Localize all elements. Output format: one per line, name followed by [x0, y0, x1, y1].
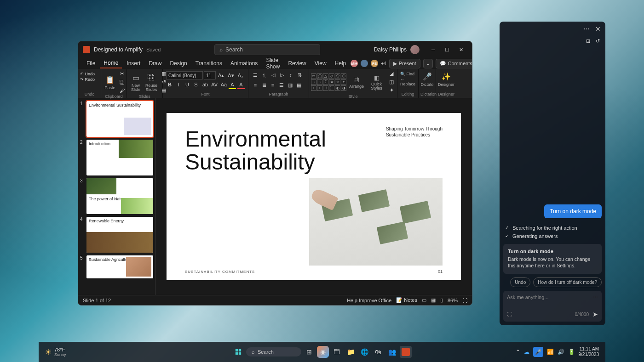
search-input[interactable]: ⌕ Search [214, 44, 320, 55]
designer-button[interactable]: ✨Designer [438, 70, 454, 88]
view-normal-button[interactable]: ▭ [422, 297, 426, 303]
collab-avatar-1[interactable]: MM [351, 60, 358, 67]
undo-button[interactable]: ↶ Undo [80, 72, 99, 76]
start-button[interactable] [232, 346, 244, 358]
maximize-button[interactable]: ☐ [441, 45, 454, 54]
slide-count[interactable]: Slide 1 of 12 [83, 298, 111, 303]
folder-icon[interactable]: 📁 [345, 346, 356, 358]
teams-icon[interactable]: 👥 [386, 346, 398, 358]
undo-button[interactable]: Undo [510, 277, 530, 287]
shrink-font-button[interactable]: A▾ [226, 72, 235, 79]
font-size-select[interactable] [204, 71, 216, 79]
shapes-gallery[interactable]: ▭◯△◇⬠⬡ →↔⤴★☆✦ ﹛﹜〈〉◐◑ [311, 74, 346, 91]
indent-right-button[interactable]: ▷ [278, 71, 286, 80]
doc-title[interactable]: Designed to Amplify [94, 46, 143, 53]
bullets-button[interactable]: ☰ [252, 71, 259, 80]
menu-view[interactable]: View [311, 59, 330, 68]
tray-chevron-icon[interactable]: ⌃ [516, 349, 520, 355]
shape-outline-button[interactable]: ◫ [388, 78, 395, 86]
comments-button[interactable]: 💬 Comments [436, 59, 472, 68]
more-icon[interactable]: ⋯ [583, 25, 590, 33]
followup-button[interactable]: How do I turn off dark mode? [533, 277, 602, 287]
menu-file[interactable]: File [83, 59, 99, 68]
help-improve[interactable]: Help Improve Office [347, 298, 391, 303]
bold-button[interactable]: B [166, 81, 173, 89]
smartart-button[interactable]: ▦ [295, 81, 303, 89]
font-select[interactable] [166, 71, 203, 79]
collab-avatar-3[interactable]: FS [371, 60, 378, 67]
text-direction-button[interactable]: ⇅ [296, 71, 303, 80]
spacing-button[interactable]: AV [210, 81, 218, 89]
weather-widget[interactable]: ☀ 78°FSunny [45, 347, 66, 357]
strike-button[interactable]: S [192, 81, 200, 89]
thumbnail-2[interactable]: Introduction [86, 140, 153, 175]
copilot-taskbar-icon[interactable]: ◉ [317, 346, 329, 358]
close-icon[interactable]: ✕ [595, 25, 601, 33]
powerpoint-taskbar-icon[interactable] [400, 346, 412, 358]
copilot-input[interactable]: Ask me anything...⋯ ⛶ 0/4000 ➤ [503, 291, 602, 322]
replace-button[interactable]: ↔ Replace [400, 77, 415, 86]
indent-left-button[interactable]: ◁ [270, 71, 277, 80]
explorer-icon[interactable]: 🗔 [331, 346, 343, 358]
highlight-button[interactable]: A [229, 81, 236, 89]
menu-animations[interactable]: Animations [227, 59, 261, 68]
columns-button[interactable]: ▥ [287, 81, 294, 89]
align-left-button[interactable]: ≡ [252, 81, 259, 89]
redo-button[interactable]: ↷ Redo [80, 77, 99, 82]
collab-count[interactable]: +4 [381, 61, 386, 66]
shape-fill-button[interactable]: ◢ [388, 70, 395, 78]
zoom-level[interactable]: 86% [448, 298, 458, 303]
wifi-icon[interactable]: 📶 [547, 349, 554, 355]
present-button[interactable]: ▶ Present [389, 59, 420, 68]
edge-icon[interactable]: 🌐 [358, 346, 370, 358]
battery-icon[interactable]: 🔋 [568, 349, 575, 355]
menu-insert[interactable]: Insert [123, 59, 144, 68]
slide-canvas[interactable]: EnvironmentalSustainability Shaping Tomo… [155, 98, 472, 295]
notes-button[interactable]: 📝 Notes [396, 297, 417, 303]
font-color-button[interactable]: A [237, 81, 245, 89]
menu-home[interactable]: Home [100, 58, 122, 68]
input-more-icon[interactable]: ⋯ [593, 294, 598, 300]
new-slide-button[interactable]: ▭New Slide [129, 71, 143, 93]
reuse-slides-button[interactable]: ⿻Reuse Slides [144, 71, 159, 93]
shape-effects-button[interactable]: ✦ [388, 86, 395, 94]
fit-button[interactable]: ⛶ [462, 298, 467, 303]
current-slide[interactable]: EnvironmentalSustainability Shaping Tomo… [167, 113, 461, 280]
thumbnail-1[interactable]: Environmental Sustainability [86, 101, 153, 137]
view-reading-button[interactable]: ▯ [440, 297, 443, 303]
menu-transitions[interactable]: Transitions [192, 59, 226, 68]
italic-button[interactable]: I [175, 81, 182, 89]
present-dropdown[interactable]: ⌄ [423, 59, 433, 68]
arrange-button[interactable]: ⿻Arrange [348, 74, 365, 90]
underline-button[interactable]: U [184, 81, 191, 89]
menu-draw[interactable]: Draw [145, 59, 165, 68]
apps-icon[interactable]: ⊞ [586, 38, 590, 44]
user-name[interactable]: Daisy Phillips [374, 46, 407, 53]
thumbnail-3[interactable]: The power of Nature [86, 178, 153, 214]
taskbar-search[interactable]: ⌕ Search [246, 347, 301, 356]
avatar[interactable] [410, 45, 420, 54]
volume-icon[interactable]: 🔊 [558, 349, 564, 355]
clock[interactable]: 11:11 AM9/21/2023 [579, 346, 599, 357]
history-icon[interactable]: ↺ [596, 38, 600, 44]
view-sorter-button[interactable]: ▦ [431, 297, 436, 303]
thumbnail-4[interactable]: Renewable Energy [86, 217, 153, 253]
cut-button[interactable]: ✂ [118, 70, 126, 78]
close-button[interactable]: ✕ [454, 45, 467, 54]
collab-avatar-2[interactable] [361, 60, 368, 67]
store-icon[interactable]: 🛍 [372, 346, 384, 358]
attach-icon[interactable]: ⛶ [507, 311, 512, 317]
send-icon[interactable]: ➤ [592, 311, 598, 318]
dictate-button[interactable]: 🎤Dictate [420, 70, 434, 88]
numbering-button[interactable]: ⒈ [260, 71, 268, 80]
quick-styles-button[interactable]: ◧Quick Styles [367, 73, 386, 91]
align-center-button[interactable]: ≣ [260, 81, 268, 89]
paste-button[interactable]: 📋Paste [103, 73, 117, 91]
shadow-button[interactable]: ab [201, 81, 208, 89]
align-right-button[interactable]: ≡ [269, 81, 276, 89]
find-button[interactable]: 🔍 Find [400, 72, 415, 76]
grow-font-button[interactable]: A▴ [217, 72, 225, 79]
line-spacing-button[interactable]: ↕ [287, 71, 294, 80]
copilot-tray-icon[interactable]: 🎤 [533, 347, 543, 357]
task-view-button[interactable]: ⊞ [303, 346, 315, 358]
